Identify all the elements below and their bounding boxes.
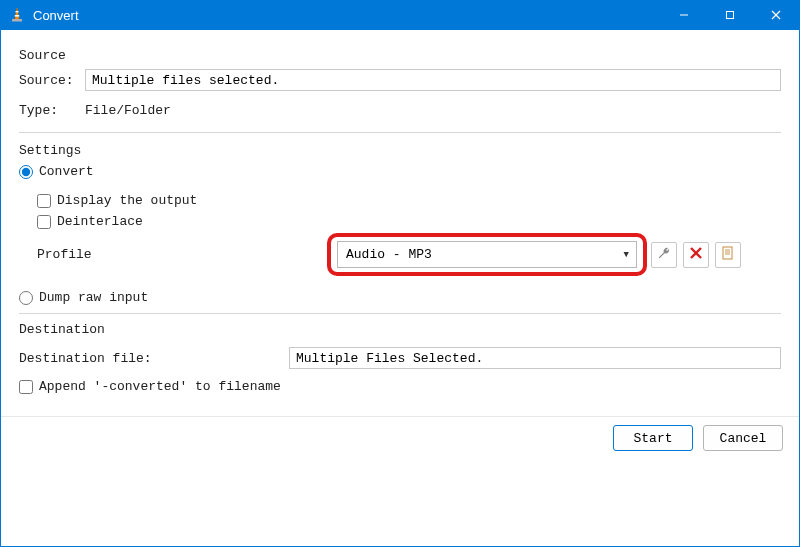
new-profile-icon	[721, 246, 735, 263]
deinterlace-label[interactable]: Deinterlace	[57, 214, 143, 229]
destination-file-row: Destination file:	[19, 347, 781, 369]
type-row: Type: File/Folder	[19, 103, 781, 118]
profile-dropdown[interactable]: Audio - MP3	[337, 241, 637, 268]
destination-file-input[interactable]	[289, 347, 781, 369]
append-converted-checkbox[interactable]	[19, 380, 33, 394]
type-value: File/Folder	[85, 103, 171, 118]
source-row: Source:	[19, 69, 781, 91]
svg-rect-2	[15, 15, 19, 17]
source-section-label: Source	[19, 48, 781, 63]
deinterlace-row: Deinterlace	[37, 214, 781, 229]
convert-radio-row: Convert	[19, 164, 781, 179]
vlc-icon	[9, 7, 25, 23]
append-converted-row: Append '-converted' to filename	[19, 379, 781, 394]
convert-radio[interactable]	[19, 165, 33, 179]
edit-profile-button[interactable]	[651, 242, 677, 268]
close-button[interactable]	[753, 0, 799, 30]
window-controls	[661, 0, 799, 30]
type-label: Type:	[19, 103, 85, 118]
profile-row: Profile Audio - MP3 ▼	[37, 241, 781, 268]
svg-rect-5	[727, 12, 734, 19]
display-output-label[interactable]: Display the output	[57, 193, 197, 208]
display-output-row: Display the output	[37, 193, 781, 208]
new-profile-button[interactable]	[715, 242, 741, 268]
start-button[interactable]: Start	[613, 425, 693, 451]
dump-raw-row: Dump raw input	[19, 290, 781, 305]
svg-marker-0	[15, 8, 19, 19]
destination-section-label: Destination	[19, 322, 781, 337]
dump-raw-label[interactable]: Dump raw input	[39, 290, 148, 305]
dialog-content: Source Source: Type: File/Folder Setting…	[1, 30, 799, 408]
cancel-button[interactable]: Cancel	[703, 425, 783, 451]
minimize-button[interactable]	[661, 0, 707, 30]
source-label: Source:	[19, 73, 85, 88]
display-output-checkbox[interactable]	[37, 194, 51, 208]
source-input[interactable]	[85, 69, 781, 91]
destination-file-label: Destination file:	[19, 351, 289, 366]
dump-raw-radio[interactable]	[19, 291, 33, 305]
settings-section-label: Settings	[19, 143, 781, 158]
svg-rect-3	[12, 19, 22, 22]
profile-label: Profile	[37, 247, 337, 262]
svg-rect-1	[16, 11, 19, 12]
titlebar: Convert	[1, 0, 799, 30]
deinterlace-checkbox[interactable]	[37, 215, 51, 229]
window-title: Convert	[33, 8, 661, 23]
delete-profile-button[interactable]	[683, 242, 709, 268]
divider	[19, 313, 781, 314]
convert-radio-label[interactable]: Convert	[39, 164, 94, 179]
delete-icon	[690, 247, 702, 262]
wrench-icon	[657, 246, 671, 263]
profile-dropdown-wrap: Audio - MP3 ▼	[337, 241, 637, 268]
append-converted-label[interactable]: Append '-converted' to filename	[39, 379, 281, 394]
maximize-button[interactable]	[707, 0, 753, 30]
divider	[19, 132, 781, 133]
dialog-footer: Start Cancel	[1, 416, 799, 459]
svg-rect-10	[723, 247, 732, 259]
